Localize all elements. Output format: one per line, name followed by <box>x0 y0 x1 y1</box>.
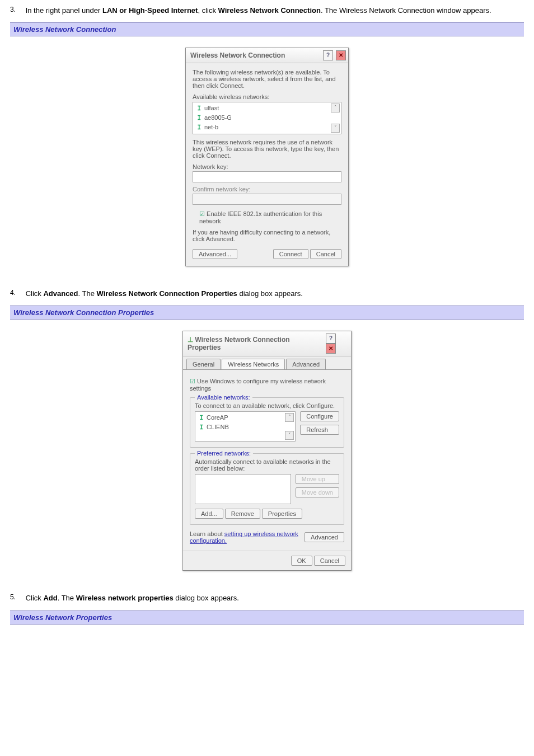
available-networks-list[interactable]: ulfast ae8005-G net-b ˄ ˅ <box>193 102 341 134</box>
step-number: 5. <box>10 593 24 601</box>
step-4: 4. Click Advanced. The Wireless Network … <box>10 289 524 299</box>
bold-text: Wireless network properties <box>76 594 174 602</box>
checkbox-icon[interactable]: ☑ <box>199 210 205 217</box>
text: dialog box appears. <box>174 594 239 602</box>
use-windows-row: ☑ Use Windows to configure my wireless n… <box>190 378 344 392</box>
intro-text: The following wireless network(s) are av… <box>193 69 341 89</box>
scroll-down-icon[interactable]: ˅ <box>331 124 340 133</box>
bold-text: Wireless Network Connection <box>218 6 321 15</box>
confirm-key-input[interactable] <box>193 194 341 205</box>
text: In the right panel under <box>26 6 102 15</box>
bold-text: Advanced <box>43 289 78 298</box>
network-item[interactable]: net-b <box>195 123 339 132</box>
scroll-up-icon[interactable]: ˄ <box>331 104 340 112</box>
network-key-input[interactable] <box>193 171 341 182</box>
bold-text: Wireless Network Connection Properties <box>97 289 237 298</box>
step-number: 4. <box>10 289 24 297</box>
connect-button[interactable]: Connect <box>273 249 308 259</box>
text: Click <box>26 289 44 298</box>
tab-wireless-networks[interactable]: Wireless Networks <box>222 359 285 369</box>
network-item[interactable]: ulfast <box>195 104 339 113</box>
available-label: Available wireless networks: <box>193 93 341 100</box>
text: . The <box>78 289 97 298</box>
heading-wnp: Wireless Network Properties <box>10 611 524 624</box>
close-icon[interactable]: ✕ <box>326 344 336 354</box>
preferred-networks-group: Preferred networks: Automatically connec… <box>190 453 344 525</box>
dialog-title: Wireless Network Connection <box>190 51 285 59</box>
available-networks-group: Available networks: To connect to an ava… <box>190 397 344 448</box>
text: , click <box>198 6 218 15</box>
titlebar: Wireless Network Connection ? ✕ <box>186 48 348 63</box>
title-text: Wireless Network Connection Properties <box>188 336 290 351</box>
properties-button[interactable]: Properties <box>262 509 302 519</box>
help-icon[interactable]: ? <box>323 50 333 60</box>
ieee-row: ☑ Enable IEEE 802.1x authentication for … <box>199 210 341 224</box>
bold-text: Add <box>43 594 57 602</box>
list-item[interactable]: CoreAP <box>198 413 293 422</box>
bold-text: LAN or High-Speed Internet <box>102 6 198 15</box>
move-down-button[interactable]: Move down <box>296 487 339 497</box>
group-title: Available networks: <box>195 394 252 401</box>
text: . The <box>58 594 76 602</box>
confirm-key-label: Confirm network key: <box>193 186 341 192</box>
wncp-dialog: ⊥ Wireless Network Connection Properties… <box>182 331 352 571</box>
dialog2-wrap: ⊥ Wireless Network Connection Properties… <box>10 331 524 571</box>
text: dialog box appears. <box>237 289 303 298</box>
heading-wnc: Wireless Network Connection <box>10 22 524 36</box>
avail-hint: To connect to an available network, clic… <box>195 402 339 409</box>
heading-wncp: Wireless Network Connection Properties <box>10 306 524 320</box>
configure-button[interactable]: Configure <box>300 411 339 421</box>
wep-note: This wireless network requires the use o… <box>193 139 341 159</box>
step-3: 3. In the right panel under LAN or High-… <box>10 6 524 16</box>
tab-general[interactable]: General <box>186 359 221 369</box>
refresh-button[interactable]: Refresh <box>300 425 339 435</box>
learn-text: Learn about setting up wireless network … <box>190 530 300 544</box>
key-label: Network key: <box>193 163 341 170</box>
tab-bar: General Wireless Networks Advanced <box>183 356 351 370</box>
difficulty-text: If you are having difficulty connecting … <box>193 229 341 242</box>
pref-hint: Automatically connect to available netwo… <box>195 458 339 472</box>
tab-advanced[interactable]: Advanced <box>286 359 326 369</box>
advanced-button[interactable]: Advanced <box>305 532 344 542</box>
step-number: 3. <box>10 6 24 13</box>
dialog-title: ⊥ Wireless Network Connection Properties <box>188 336 325 351</box>
step-text: Click Add. The Wireless network properti… <box>26 593 523 603</box>
cancel-button[interactable]: Cancel <box>310 249 341 259</box>
ok-button[interactable]: OK <box>291 556 312 566</box>
scroll-down-icon[interactable]: ˅ <box>285 431 294 440</box>
titlebar: ⊥ Wireless Network Connection Properties… <box>183 331 351 356</box>
step-5: 5. Click Add. The Wireless network prope… <box>10 593 524 603</box>
step-text: In the right panel under LAN or High-Spe… <box>26 6 523 16</box>
advanced-button[interactable]: Advanced... <box>193 249 237 259</box>
wnc-dialog: Wireless Network Connection ? ✕ The foll… <box>185 48 349 266</box>
cancel-button[interactable]: Cancel <box>314 556 345 566</box>
ieee-label: Enable IEEE 802.1x authentication for th… <box>199 210 322 224</box>
move-up-button[interactable]: Move up <box>296 474 339 484</box>
text: . The Wireless Network Connection window… <box>321 6 491 15</box>
network-item[interactable]: ae8005-G <box>195 113 339 123</box>
help-icon[interactable]: ? <box>326 334 336 344</box>
text: Learn about <box>190 530 224 537</box>
available-list[interactable]: CoreAP CLIENB ˄ ˅ <box>195 411 296 442</box>
list-item[interactable]: CLIENB <box>198 422 293 432</box>
preferred-list[interactable] <box>195 474 291 504</box>
step-text: Click Advanced. The Wireless Network Con… <box>26 289 523 299</box>
window-controls: ? ✕ <box>322 50 346 60</box>
scroll-up-icon[interactable]: ˄ <box>285 413 294 422</box>
dialog1-wrap: Wireless Network Connection ? ✕ The foll… <box>10 48 524 266</box>
checkbox-icon[interactable]: ☑ <box>190 378 195 384</box>
text: Click <box>26 594 44 602</box>
window-controls: ? ✕ <box>325 334 349 354</box>
use-windows-label: Use Windows to configure my wireless net… <box>190 378 326 392</box>
close-icon[interactable]: ✕ <box>336 50 346 60</box>
group-title: Preferred networks: <box>195 450 253 457</box>
app-icon: ⊥ <box>188 336 195 344</box>
remove-button[interactable]: Remove <box>225 509 260 519</box>
add-button[interactable]: Add... <box>195 509 223 519</box>
